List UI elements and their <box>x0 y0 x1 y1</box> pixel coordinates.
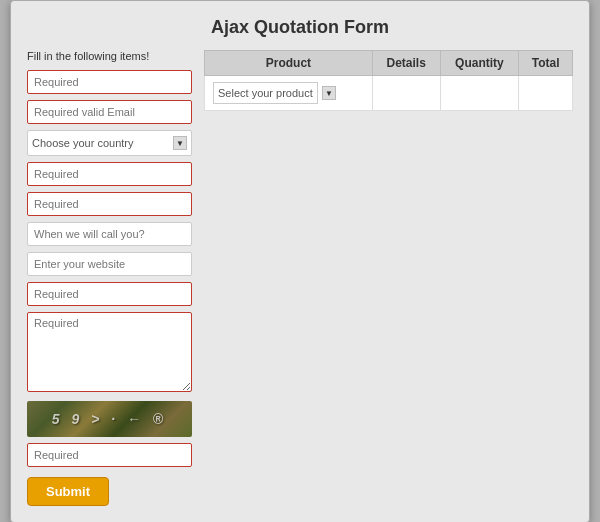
product-dropdown-icon[interactable]: ▼ <box>322 86 336 100</box>
col-product: Product <box>205 51 373 76</box>
col-details: Details <box>372 51 440 76</box>
table-row: Select your product Product A Product B … <box>205 76 573 111</box>
field5-input[interactable] <box>27 192 192 216</box>
product-select[interactable]: Select your product Product A Product B … <box>213 82 318 104</box>
right-panel: Product Details Quantity Total Select yo… <box>204 50 573 506</box>
website-input[interactable] <box>27 252 192 276</box>
name-input[interactable] <box>27 70 192 94</box>
captcha-input[interactable] <box>27 443 192 467</box>
email-input[interactable] <box>27 100 192 124</box>
product-select-wrapper: Select your product Product A Product B … <box>213 82 364 104</box>
fill-label: Fill in the following items! <box>27 50 192 62</box>
captcha-display: 5 9 > · ← ® <box>27 401 192 437</box>
message-textarea[interactable] <box>27 312 192 392</box>
main-container: Ajax Quotation Form Fill in the followin… <box>10 0 590 522</box>
content-area: Fill in the following items! Choose your… <box>27 50 573 506</box>
field8-input[interactable] <box>27 282 192 306</box>
total-cell <box>519 76 573 111</box>
table-header-row: Product Details Quantity Total <box>205 51 573 76</box>
left-panel: Fill in the following items! Choose your… <box>27 50 192 506</box>
product-cell: Select your product Product A Product B … <box>205 76 373 111</box>
quantity-cell <box>440 76 519 111</box>
field4-input[interactable] <box>27 162 192 186</box>
call-time-input[interactable] <box>27 222 192 246</box>
country-select[interactable]: Choose your country <box>32 137 187 149</box>
col-quantity: Quantity <box>440 51 519 76</box>
product-table: Product Details Quantity Total Select yo… <box>204 50 573 111</box>
page-title: Ajax Quotation Form <box>27 17 573 38</box>
submit-button[interactable]: Submit <box>27 477 109 506</box>
details-cell <box>372 76 440 111</box>
col-total: Total <box>519 51 573 76</box>
captcha-image: 5 9 > · ← ® <box>27 401 192 437</box>
country-select-wrapper: Choose your country ▼ <box>27 130 192 156</box>
